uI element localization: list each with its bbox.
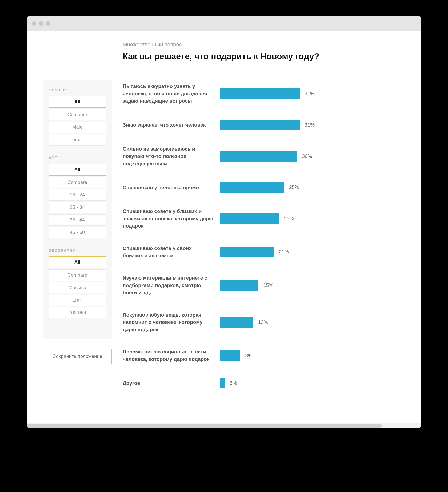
bar-fill xyxy=(220,151,297,162)
filter-option[interactable]: 35 - 44 xyxy=(49,214,106,226)
bar-fill xyxy=(220,350,240,361)
chart-row: Сильно не заморачиваюсь и покупаю что-то… xyxy=(123,145,405,167)
bar-label: Изучаю материалы в интернете с подборкам… xyxy=(123,274,213,296)
chart-row: Пытаюсь аккуратно узнать у человека, что… xyxy=(123,83,405,105)
horizontal-scrollbar[interactable] xyxy=(27,423,421,428)
filter-option[interactable]: Compare xyxy=(49,109,106,120)
bar-fill xyxy=(220,120,300,130)
filter-group-label: GENDER xyxy=(49,88,106,92)
bar-fill xyxy=(220,88,300,99)
filter-group-label: AGE xyxy=(49,156,106,160)
bar-value: 8% xyxy=(245,353,252,358)
bar-value: 31% xyxy=(305,122,315,128)
bar-label: Просматриваю социальные сети человека, к… xyxy=(123,348,213,363)
filter-options: AllCompare18 - 2425 - 3435 - 4445 - 60 xyxy=(49,164,106,238)
chart-row: Изучаю материалы в интернете с подборкам… xyxy=(123,274,405,296)
bar-value: 30% xyxy=(302,153,312,159)
bar-value: 31% xyxy=(305,91,315,96)
filter-option[interactable]: Male xyxy=(49,122,106,133)
bar-value: 13% xyxy=(258,319,268,325)
save-position-button[interactable]: Сохранить положение xyxy=(43,349,112,364)
bar-track xyxy=(220,317,253,328)
chart-row: Знаю заранее, что хочет человек31% xyxy=(123,120,405,130)
filter-group: GENDERAllCompareMaleFemale xyxy=(49,88,106,146)
bar-track xyxy=(220,213,279,224)
bar-value: 23% xyxy=(284,216,294,222)
filter-sidebar: GENDERAllCompareMaleFemaleAGEAllCompare1… xyxy=(43,80,112,339)
bar-area: 15% xyxy=(220,280,405,291)
bar-label: Спрашиваю совета у своих близких и знако… xyxy=(123,245,213,259)
filter-options: AllCompareMaleFemale xyxy=(49,96,106,146)
bar-area: 21% xyxy=(220,247,405,257)
bar-track xyxy=(220,378,225,388)
filter-option[interactable]: 18 - 24 xyxy=(49,189,106,201)
bar-value: 21% xyxy=(279,249,289,255)
viewport: Множественный вопрос Как вы решаете, что… xyxy=(27,31,421,428)
bar-area: 23% xyxy=(220,213,405,224)
filter-option[interactable]: Female xyxy=(49,134,106,146)
bar-fill xyxy=(220,317,253,328)
app-window: Множественный вопрос Как вы решаете, что… xyxy=(27,16,421,428)
bar-chart: Пытаюсь аккуратно узнать у человека, что… xyxy=(123,80,405,388)
bar-label: Пытаюсь аккуратно узнать у человека, что… xyxy=(123,83,213,105)
bar-track xyxy=(220,151,297,162)
filter-group: AGEAllCompare18 - 2425 - 3435 - 4445 - 6… xyxy=(49,156,106,238)
bar-track xyxy=(220,120,300,130)
bar-label: Другое xyxy=(123,380,213,387)
filter-option[interactable]: 100-999 xyxy=(49,307,106,318)
bar-label: Спрашиваю у человека прямо xyxy=(123,184,213,191)
window-titlebar xyxy=(27,16,421,31)
chart-row: Другое2% xyxy=(123,378,405,388)
bar-label: Сильно не заморачиваюсь и покупаю что-то… xyxy=(123,145,213,167)
chart-row: Просматриваю социальные сети человека, к… xyxy=(123,348,405,363)
bar-track xyxy=(220,182,284,193)
filter-options: AllCompareMoscow1m+100-999 xyxy=(49,256,106,318)
bar-area: 2% xyxy=(220,378,405,388)
filter-option[interactable]: 25 - 34 xyxy=(49,202,106,213)
filter-option[interactable]: All xyxy=(49,256,106,268)
bar-value: 15% xyxy=(263,282,273,288)
question-type-label: Множественный вопрос xyxy=(123,42,405,48)
filter-option[interactable]: 45 - 60 xyxy=(49,227,106,238)
filter-option[interactable]: 1m+ xyxy=(49,295,106,306)
chart-header: Множественный вопрос Как вы решаете, что… xyxy=(43,42,405,61)
bar-value: 2% xyxy=(230,380,237,386)
bar-track xyxy=(220,88,300,99)
bar-track xyxy=(220,280,258,291)
bar-track xyxy=(220,247,274,257)
chart-row: Покупаю любую вещь, которая напомнит о ч… xyxy=(123,311,405,333)
bar-value: 25% xyxy=(289,184,299,190)
window-minimize-icon[interactable] xyxy=(39,21,43,26)
window-close-icon[interactable] xyxy=(32,21,36,26)
bar-area: 31% xyxy=(220,88,405,99)
bar-label: Покупаю любую вещь, которая напомнит о ч… xyxy=(123,311,213,333)
bar-fill xyxy=(220,280,258,291)
filter-group: GEOGRAPHYAllCompareMoscow1m+100-999 xyxy=(49,248,106,318)
window-zoom-icon[interactable] xyxy=(46,21,50,26)
scrollbar-thumb[interactable] xyxy=(27,424,382,428)
chart-row: Спрашиваю совета у своих близких и знако… xyxy=(123,245,405,259)
bar-area: 8% xyxy=(220,350,405,361)
filter-option[interactable]: Compare xyxy=(49,177,106,188)
bar-label: Спрашиваю совета у близких и знакомых че… xyxy=(123,208,213,230)
bar-area: 13% xyxy=(220,317,405,328)
bar-area: 30% xyxy=(220,151,405,162)
filter-option[interactable]: All xyxy=(49,164,106,176)
filter-group-label: GEOGRAPHY xyxy=(49,248,106,253)
filter-option[interactable]: Compare xyxy=(49,269,106,281)
chart-row: Спрашиваю совета у близких и знакомых че… xyxy=(123,208,405,230)
bar-label: Знаю заранее, что хочет человек xyxy=(123,121,213,129)
bar-fill xyxy=(220,213,279,224)
filter-option[interactable]: Moscow xyxy=(49,282,106,293)
filter-option[interactable]: All xyxy=(49,96,106,108)
bar-fill xyxy=(220,182,284,193)
bar-fill xyxy=(220,247,274,257)
bar-fill xyxy=(220,378,225,388)
page-title: Как вы решаете, что подарить к Новому го… xyxy=(123,51,405,61)
bar-area: 25% xyxy=(220,182,405,193)
bar-area: 31% xyxy=(220,120,405,130)
chart-row: Спрашиваю у человека прямо25% xyxy=(123,182,405,193)
bar-track xyxy=(220,350,240,361)
